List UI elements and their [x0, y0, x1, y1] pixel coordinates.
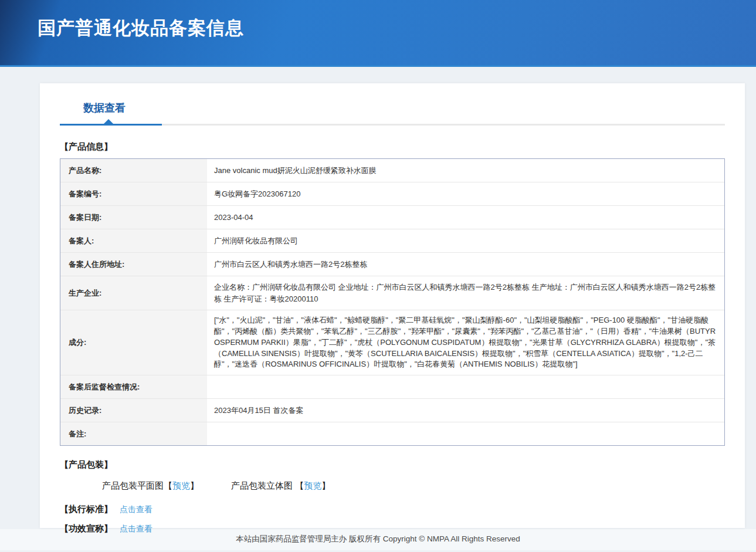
- page-title: 国产普通化妆品备案信息: [0, 0, 756, 40]
- row-value: 企业名称：广州润研化妆品有限公司 企业地址：广州市白云区人和镇秀水塘西一路2号2…: [207, 276, 724, 310]
- bracket-open: 【: [295, 480, 304, 490]
- row-label: 备案人住所地址:: [60, 253, 207, 276]
- table-row-filing-number: 备案编号: 粤G妆网备字2023067120: [60, 182, 724, 205]
- footer-copyright-text: 本站由国家药品监督管理局主办 版权所有 Copyright © NMPA All…: [236, 534, 520, 543]
- row-value: 2023-04-04: [207, 206, 724, 229]
- page-header-banner: 国产普通化妆品备案信息: [0, 0, 756, 67]
- section-title-standard: 【执行标准】: [60, 504, 113, 515]
- row-label: 历史记录:: [60, 399, 207, 422]
- bracket-close: 】: [190, 480, 199, 490]
- standard-view-link[interactable]: 点击查看: [120, 504, 152, 515]
- row-label: 备案人:: [60, 229, 207, 252]
- table-row-supervision-check: 备案后监督检查情况:: [60, 375, 724, 398]
- packaging-stereo-item: 产品包装立体图 【预览】: [231, 480, 330, 492]
- row-value: 广州润研化妆品有限公司: [207, 229, 724, 252]
- tab-bar: 数据查看: [60, 101, 725, 126]
- row-value: 广州市白云区人和镇秀水塘西一路2号2栋整栋: [207, 253, 724, 276]
- row-value: 粤G妆网备字2023067120: [207, 182, 724, 205]
- table-row-registrant: 备案人: 广州润研化妆品有限公司: [60, 229, 724, 252]
- table-row-ingredients: 成分: ["水"，"火山泥"，"甘油"，"液体石蜡"，"鲸蜡硬脂醇"，"聚二甲基…: [60, 310, 724, 375]
- row-label: 备案后监督检查情况:: [60, 375, 207, 398]
- packaging-flat-item: 产品包装平面图【预览】: [102, 480, 199, 492]
- efficacy-view-link[interactable]: 点击查看: [120, 524, 152, 534]
- table-row-product-name: 产品名称: Jane volcanic mud妍泥火山泥舒缓紧致补水面膜: [60, 159, 724, 182]
- tab-data-view[interactable]: 数据查看: [83, 101, 126, 115]
- row-label: 生产企业:: [60, 276, 207, 310]
- standard-row: 【执行标准】 点击查看: [60, 504, 725, 515]
- packaging-links-row: 产品包装平面图【预览】 产品包装立体图 【预览】: [102, 480, 725, 492]
- packaging-flat-label: 产品包装平面图: [102, 480, 164, 490]
- row-value: 2023年04月15日 首次备案: [207, 399, 724, 422]
- row-value: ["水"，"火山泥"，"甘油"，"液体石蜡"，"鲸蜡硬脂醇"，"聚二甲基硅氧烷"…: [207, 310, 724, 375]
- content-card: 数据查看 【产品信息】 产品名称: Jane volcanic mud妍泥火山泥…: [40, 83, 745, 528]
- row-label: 成分:: [60, 310, 207, 375]
- row-label: 备案日期:: [60, 206, 207, 229]
- table-row-remarks: 备注:: [60, 422, 724, 445]
- row-value: [207, 375, 724, 398]
- packaging-stereo-label: 产品包装立体图: [231, 480, 295, 490]
- table-row-manufacturer: 生产企业: 企业名称：广州润研化妆品有限公司 企业地址：广州市白云区人和镇秀水塘…: [60, 276, 724, 310]
- row-label: 备案编号:: [60, 182, 207, 205]
- section-title-efficacy: 【功效宣称】: [60, 523, 113, 534]
- bracket-open: 【: [164, 480, 172, 490]
- table-row-registrant-address: 备案人住所地址: 广州市白云区人和镇秀水塘西一路2号2栋整栋: [60, 252, 724, 276]
- tab-divider-line: [60, 124, 725, 126]
- row-label: 产品名称:: [60, 159, 207, 182]
- row-value: Jane volcanic mud妍泥火山泥舒缓紧致补水面膜: [207, 159, 724, 182]
- section-title-packaging: 【产品包装】: [60, 459, 725, 470]
- table-row-filing-date: 备案日期: 2023-04-04: [60, 205, 724, 229]
- tab-active-pointer: [103, 119, 114, 124]
- efficacy-row: 【功效宣称】 点击查看: [60, 523, 725, 534]
- product-info-table: 产品名称: Jane volcanic mud妍泥火山泥舒缓紧致补水面膜 备案编…: [60, 158, 725, 446]
- tab-active-underline: [60, 124, 162, 126]
- row-value: [207, 422, 724, 445]
- bracket-close: 】: [321, 480, 330, 490]
- row-label: 备注:: [60, 422, 207, 445]
- table-row-history: 历史记录: 2023年04月15日 首次备案: [60, 398, 724, 422]
- section-title-product-info: 【产品信息】: [60, 141, 725, 153]
- packaging-stereo-preview-link[interactable]: 预览: [304, 480, 321, 490]
- packaging-flat-preview-link[interactable]: 预览: [172, 480, 190, 490]
